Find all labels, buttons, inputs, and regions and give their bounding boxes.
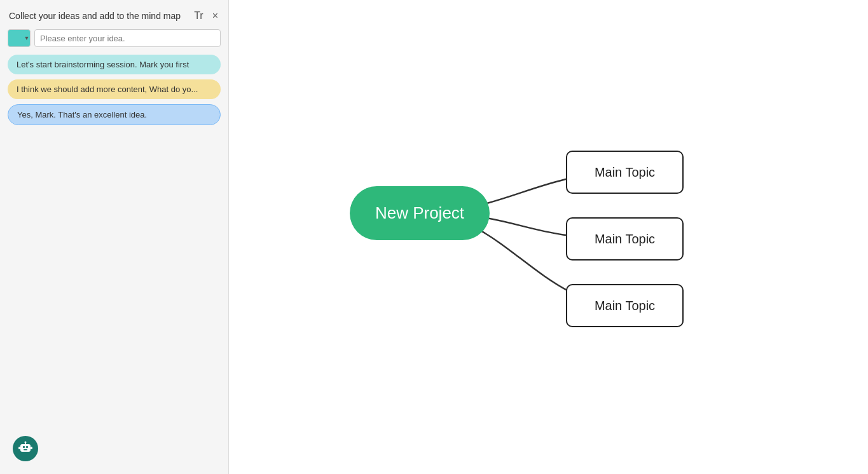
topic-node-1[interactable]: Main Topic: [566, 151, 684, 194]
close-button[interactable]: ×: [211, 9, 219, 23]
input-row: ▼: [0, 29, 228, 55]
mindmap-area: New Project Main Topic Main Topic Main T…: [229, 0, 868, 474]
topic-label-3: Main Topic: [595, 299, 655, 313]
topic-label-2: Main Topic: [595, 232, 655, 247]
ai-bot-button[interactable]: [13, 436, 38, 461]
svg-rect-6: [18, 447, 20, 449]
idea-bubble-1[interactable]: Let's start brainstorming session. Mark …: [8, 55, 221, 74]
color-swatch: [9, 32, 23, 44]
panel-title: Collect your ideas and add to the mind m…: [9, 11, 181, 21]
svg-rect-3: [24, 449, 27, 450]
panel-header: Collect your ideas and add to the mind m…: [0, 0, 228, 29]
chevron-down-icon: ▼: [24, 35, 30, 41]
svg-rect-1: [23, 446, 25, 448]
color-picker-button[interactable]: ▼: [8, 29, 31, 47]
idea-bubble-2[interactable]: I think we should add more content, What…: [8, 79, 221, 99]
topic-label-1: Main Topic: [595, 165, 655, 180]
topic-node-2[interactable]: Main Topic: [566, 217, 684, 261]
header-icons: Tr ×: [193, 9, 219, 23]
mindmap-connections: [229, 0, 868, 474]
svg-rect-7: [31, 447, 32, 449]
ai-bot-icon: [18, 440, 32, 457]
idea-input[interactable]: [34, 29, 221, 47]
svg-rect-0: [20, 444, 31, 452]
center-node-label: New Project: [375, 203, 464, 223]
ideas-list: Let's start brainstorming session. Mark …: [0, 55, 228, 125]
center-node[interactable]: New Project: [350, 186, 490, 240]
topic-node-3[interactable]: Main Topic: [566, 284, 684, 327]
idea-bubble-3[interactable]: Yes, Mark. That's an excellent idea.: [8, 104, 221, 125]
left-panel: Collect your ideas and add to the mind m…: [0, 0, 229, 474]
font-icon: Tr: [194, 10, 203, 22]
svg-point-5: [25, 441, 27, 443]
font-icon-button[interactable]: Tr: [193, 9, 205, 23]
svg-rect-2: [26, 446, 28, 448]
